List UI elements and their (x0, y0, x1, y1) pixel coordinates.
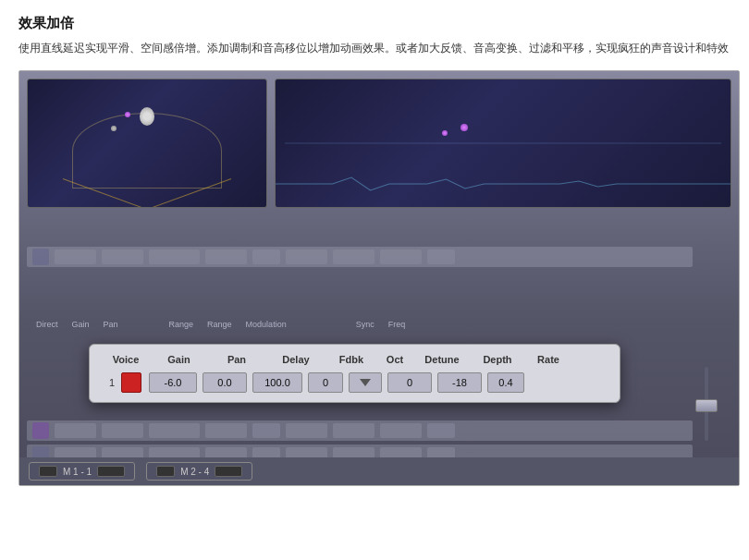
bottom-bar: M 1 - 1 M 2 - 4 (19, 457, 739, 485)
bg-row-2 (27, 420, 693, 441)
bg-field-2h (380, 423, 422, 438)
bg-field-1c (149, 250, 200, 264)
top-panels (27, 79, 731, 213)
blurry-labels-row: Direct Gain Pan Range Range Modulation S… (27, 311, 731, 337)
gain-field[interactable]: -6.0 (149, 372, 197, 393)
blurry-label-freq: Freq (388, 320, 406, 329)
oct-arrow-icon (360, 379, 371, 386)
slider-track (705, 367, 708, 441)
header-detune: Detune (414, 354, 470, 365)
blurry-label-sync: Sync (356, 320, 374, 329)
bg-field-1a (55, 250, 96, 264)
overlay-panel: Voice Gain Pan Delay Fdbk Oct Detune Dep… (89, 344, 620, 403)
header-delay: Delay (264, 354, 327, 365)
bg-field-2a (55, 423, 96, 438)
btn1-label: M 1 - 1 (63, 467, 92, 477)
header-depth: Depth (470, 354, 525, 365)
right-slider[interactable] (690, 367, 722, 459)
vis-panel-left (27, 79, 267, 208)
btn2-indicator-2 (215, 466, 242, 477)
header-rate: Rate (525, 354, 571, 365)
bg-dot-2 (32, 422, 49, 439)
page-container: 效果加倍 使用直线延迟实现平滑、空间感倍增。添加调制和音高移位以增加动画效果。或… (0, 0, 749, 501)
btn2-indicator (156, 466, 175, 477)
bg-field-2i (427, 423, 455, 438)
vis-line-right (63, 178, 219, 208)
bg-field-1i (427, 250, 455, 264)
pan-field[interactable]: 0.0 (203, 372, 247, 393)
blurry-label-modulation: Modulation (246, 320, 287, 329)
header-oct: Oct (375, 354, 414, 365)
fdbk-field[interactable]: 0 (308, 372, 343, 393)
bg-field-1h (380, 250, 422, 264)
header-gain: Gain (149, 354, 209, 365)
bg-field-2d (205, 423, 247, 438)
voice-color-button[interactable] (121, 372, 141, 393)
panel-data-row-1: 1 -6.0 0.0 100.0 0 0 -18 0.4 (103, 372, 607, 393)
bg-row-1 (27, 247, 693, 267)
vis-line-left (75, 178, 231, 208)
oct-control[interactable] (349, 372, 382, 393)
bottom-btn-2[interactable]: M 2 - 4 (146, 462, 252, 481)
bg-field-2g (333, 423, 374, 438)
blurry-label-gain: Gain (72, 320, 90, 329)
slider-thumb[interactable] (695, 399, 718, 412)
bg-field-1g (333, 250, 374, 264)
bg-field-1d (205, 250, 247, 264)
btn1-indicator (39, 466, 57, 477)
panel-header-row: Voice Gain Pan Delay Fdbk Oct Detune Dep… (103, 354, 607, 365)
btn2-label: M 2 - 4 (180, 467, 209, 477)
waveform-svg (276, 170, 731, 198)
bg-field-1b (102, 250, 143, 264)
header-pan: Pan (209, 354, 264, 365)
blurry-label-range2: Range (207, 320, 232, 329)
vis-dot-1 (125, 112, 130, 117)
bg-field-2e (252, 423, 280, 438)
screenshot-area: Direct Gain Pan Range Range Modulation S… (18, 70, 740, 486)
rate-field[interactable]: 0.4 (487, 372, 524, 393)
detune-field[interactable]: 0 (387, 372, 432, 393)
vis-panel-right (275, 79, 731, 208)
blurry-label-pan: Pan (104, 320, 118, 329)
depth-field[interactable]: -18 (437, 372, 482, 393)
bg-field-1f (286, 250, 327, 264)
vis-dot-3 (442, 130, 448, 136)
btn1-indicator-2 (97, 466, 125, 477)
blurry-label-range1: Range (169, 320, 194, 329)
vis-dot-2 (111, 126, 117, 131)
bg-field-2f (286, 423, 327, 438)
header-voice: Voice (103, 354, 149, 365)
header-fdbk: Fdbk (327, 354, 375, 365)
bg-field-1e (252, 250, 280, 264)
delay-field[interactable]: 100.0 (252, 372, 302, 393)
blurry-label-direct: Direct (36, 320, 58, 329)
page-description: 使用直线延迟实现平滑、空间感倍增。添加调制和音高移位以增加动画效果。或者加大反馈… (18, 40, 731, 57)
bottom-btn-1[interactable]: M 1 - 1 (29, 462, 135, 481)
voice-number: 1 (103, 377, 121, 388)
bg-field-2c (149, 423, 200, 438)
vis-dot-4 (460, 124, 468, 131)
bg-dot-1 (32, 249, 49, 265)
page-title: 效果加倍 (18, 15, 731, 32)
bg-field-2b (102, 423, 143, 438)
bg-rows-area (27, 247, 693, 271)
